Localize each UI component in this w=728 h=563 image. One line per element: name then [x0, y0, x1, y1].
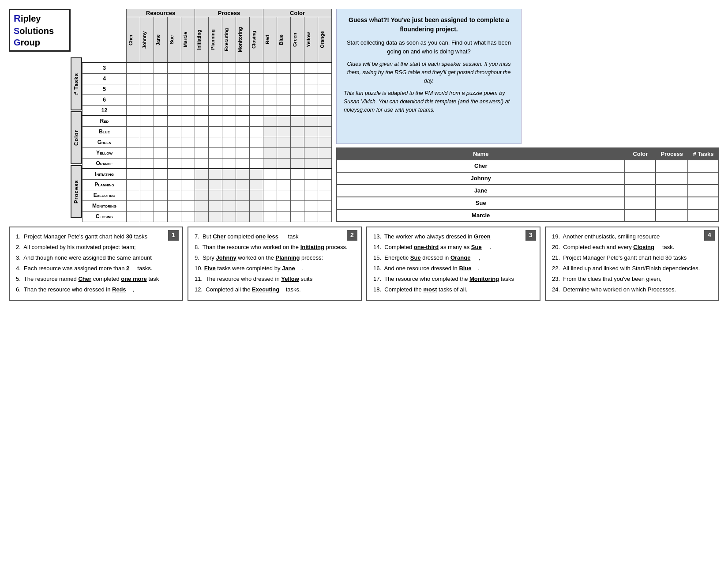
clue-badge-3: 3: [525, 230, 536, 241]
table-row: 6: [83, 94, 332, 105]
table-row: 12: [83, 105, 332, 116]
logo-line3: roup: [21, 38, 40, 47]
logo-r: R: [14, 13, 21, 24]
col-executing: Executing: [222, 17, 236, 63]
summary-row-jane: Jane: [337, 185, 719, 197]
row-red: Red: [83, 116, 127, 126]
table-row: Executing: [83, 190, 332, 200]
row-5: 5: [83, 84, 127, 94]
col-orange: Orange: [318, 17, 332, 63]
top-right-area: Guess what?! You've just been assigned t…: [336, 9, 719, 222]
clue-box-2: 2 7. But Cher completed one less task 8.…: [188, 227, 362, 301]
col-red: Red: [263, 17, 277, 63]
color-section-header: Color: [263, 9, 332, 17]
table-row: Red: [83, 116, 332, 126]
row-4: 4: [83, 73, 127, 84]
table-row: 4: [83, 73, 332, 84]
row-closing: Closing: [83, 211, 127, 222]
table-row: 5: [83, 84, 332, 94]
clue-2-6: 12. Completed all the Executing tasks.: [195, 285, 355, 295]
info-headline: Guess what?! You've just been assigned t…: [344, 15, 514, 34]
logo: Ripley Solutions Group: [9, 9, 71, 52]
clue-1-5: 5. The resource named Cher completed one…: [16, 274, 176, 284]
table-row: Orange: [83, 158, 332, 169]
col-planning: Planning: [209, 17, 222, 63]
col-johnny: Johnny: [140, 17, 154, 63]
puzzle-grid-wrapper: # Tasks Color Process: [71, 9, 332, 222]
summary-row-marcie: Marcie: [337, 209, 719, 222]
table-row: Monitoring: [83, 200, 332, 211]
clue-2-2: 8. Than the resource who worked on the I…: [195, 242, 355, 252]
summary-name-jane: Jane: [337, 185, 625, 197]
table-row: Initiating: [83, 169, 332, 179]
col-cher: Cher: [127, 17, 140, 63]
col-jane: Jane: [154, 17, 168, 63]
col-closing: Closing: [250, 17, 263, 63]
resources-section-header: Resources: [127, 9, 195, 17]
clue-1-3: 3. And though none were assigned the sam…: [16, 253, 176, 263]
info-body: Start collecting data as soon as you can…: [344, 38, 514, 56]
col-blue: Blue: [277, 17, 291, 63]
clue-2-1: 7. But Cher completed one less task: [195, 232, 355, 242]
col-monitoring: Monitoring: [236, 17, 250, 63]
table-row: Planning: [83, 179, 332, 190]
clue-box-1: 1 1. Project Manager Pete's gantt chart …: [9, 227, 183, 301]
clue-badge-2: 2: [347, 230, 357, 241]
logo-s: S: [14, 26, 19, 36]
table-row: Blue: [83, 126, 332, 137]
summary-row-johnny: Johnny: [337, 172, 719, 185]
clue-box-3: 3 13. The worker who always dressed in G…: [366, 227, 540, 301]
clue-badge-1: 1: [168, 230, 179, 241]
clue-1-4: 4. Each resource was assigned more than …: [16, 264, 176, 273]
clue-3-3: 15. Energetic Sue dressed in Orange ,: [373, 253, 533, 263]
clue-3-4: 16. And one resource dressed in Blue .: [373, 264, 533, 273]
col-marcie: Marcie: [181, 17, 195, 63]
table-row: Yellow: [83, 147, 332, 158]
clue-badge-4: 4: [704, 230, 715, 241]
clue-4-3: 21. Project Manager Pete's gantt chart h…: [552, 253, 712, 263]
row-monitoring: Monitoring: [83, 200, 127, 211]
clue-1-2: 2. All completed by his motivated projec…: [16, 242, 176, 252]
info-panel: Guess what?! You've just been assigned t…: [336, 9, 522, 144]
color-label: Color: [71, 111, 82, 164]
process-section-header: Process: [195, 9, 263, 17]
row-green: Green: [83, 137, 127, 147]
row-6: 6: [83, 94, 127, 105]
table-row: Closing: [83, 211, 332, 222]
row-initiating: Initiating: [83, 169, 127, 179]
section-header-row: Resources Process Color: [83, 9, 332, 17]
clue-2-3: 9. Spry Johnny worked on the Planning pr…: [195, 253, 355, 263]
col-sue: Sue: [168, 17, 181, 63]
clue-4-2: 20. Completed each and every Closing tas…: [552, 242, 712, 252]
info-italic2: This fun puzzle is adapted to the PM wor…: [344, 89, 514, 114]
row-12: 12: [83, 105, 127, 116]
clue-1-6: 6. Than the resource who dressed in Reds…: [16, 285, 176, 295]
clue-2-4: 10. Five tasks were completed by Jane .: [195, 264, 355, 273]
clue-box-4: 4 19. Another enthusiastic, smiling reso…: [545, 227, 719, 301]
summary-name-marcie: Marcie: [337, 209, 625, 222]
clue-4-1: 19. Another enthusiastic, smiling resour…: [552, 232, 712, 242]
tasks-label: # Tasks: [71, 57, 82, 110]
clue-4-5: 23. From the clues that you've been give…: [552, 274, 712, 284]
row-group-labels: # Tasks Color Process: [71, 57, 82, 222]
summary-process-header: Process: [656, 148, 688, 160]
table-row: 3: [83, 63, 332, 73]
row-planning: Planning: [83, 179, 127, 190]
logo-line2: olutions: [19, 26, 54, 36]
page-container: Ripley Solutions Group # Tasks Color Pro…: [9, 9, 719, 301]
clues-section: 1 1. Project Manager Pete's gantt chart …: [9, 227, 719, 301]
col-headers-row: Cher Johnny Jane Sue Marcie Initiating P…: [83, 17, 332, 63]
clue-3-6: 18. Completed the most tasks of all.: [373, 285, 533, 295]
logo-line1: ipley: [21, 14, 41, 23]
table-row: Green: [83, 137, 332, 147]
logo-g: G: [14, 38, 21, 47]
summary-row-cher: Cher: [337, 160, 719, 172]
clue-4-6: 24. Determine who worked on which Proces…: [552, 285, 712, 295]
summary-name-sue: Sue: [337, 197, 625, 209]
row-yellow: Yellow: [83, 147, 127, 158]
row-executing: Executing: [83, 190, 127, 200]
row-3: 3: [83, 63, 127, 73]
col-green: Green: [291, 17, 304, 63]
clue-3-5: 17. The resource who completed the Monit…: [373, 274, 533, 284]
summary-table: Name Color Process # Tasks Cher Johnny: [336, 147, 719, 222]
